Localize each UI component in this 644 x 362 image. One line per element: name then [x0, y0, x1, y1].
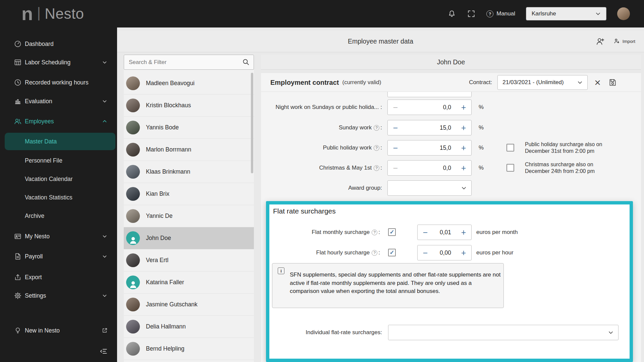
sidebar-item-label: Export [25, 270, 42, 285]
increase-button[interactable]: + [456, 123, 471, 133]
sidebar-item-settings[interactable]: Settings [0, 288, 117, 303]
employee-name: Jasmine Gutschank [146, 301, 198, 308]
increase-button[interactable]: + [456, 163, 471, 173]
sidebar-item-labor-scheduling[interactable]: Labor Scheduling [0, 55, 117, 70]
help-icon[interactable]: ? [374, 125, 379, 131]
employee-row[interactable]: Kristin Blockhaus [124, 95, 254, 117]
individual-surcharges-select[interactable] [388, 325, 619, 340]
manual-label: Manual [496, 10, 515, 17]
search-icon[interactable] [242, 58, 250, 66]
search-input[interactable] [124, 55, 254, 70]
employee-avatar [126, 187, 140, 201]
employee-name: Yannic De [146, 213, 172, 220]
employee-row[interactable]: Katarina Faller [124, 272, 254, 294]
fullscreen-icon[interactable] [467, 9, 476, 18]
employee-row[interactable]: Kian Brix [124, 183, 254, 205]
employee-row[interactable]: Marlon Borrmann [124, 139, 254, 161]
employee-row[interactable]: Klaas Brinkmann [124, 161, 254, 183]
decrease-button[interactable]: − [388, 163, 403, 173]
employee-row[interactable]: Yannic De [124, 205, 254, 227]
import-button[interactable]: Import [613, 38, 635, 45]
employee-row[interactable]: Jasmine Gutschank [124, 294, 254, 316]
add-employee-icon[interactable] [596, 37, 605, 46]
contract-select[interactable]: 21/03/2021 - (Unlimited) [497, 75, 588, 90]
import-label: Import [623, 39, 635, 44]
employee-avatar [126, 143, 140, 157]
employee-name-title: John Doe [437, 58, 465, 66]
close-icon[interactable]: × [594, 77, 601, 88]
employee-row-selected[interactable]: John Doe [124, 227, 254, 249]
sidebar-item-archive[interactable]: Archive [0, 208, 117, 223]
increase-button[interactable]: + [456, 248, 471, 258]
search-filter [124, 55, 254, 70]
employee-row[interactable]: Delia Hallmann [124, 316, 254, 338]
decrease-button[interactable]: − [418, 248, 433, 258]
sidebar-item-dashboard[interactable]: Dashboard [0, 37, 117, 51]
sidebar-item-new-in-nesto[interactable]: New in Nesto [0, 323, 117, 338]
decrease-button[interactable]: − [388, 123, 403, 133]
help-icon[interactable]: ? [372, 250, 377, 256]
employee-name: Madleen Beavogui [146, 80, 195, 87]
field-label: Individual flat-rate surcharges: [306, 329, 382, 336]
sidebar-item-vacation-calendar[interactable]: Vacation Calendar [0, 172, 117, 186]
help-icon[interactable]: ? [372, 230, 377, 235]
flat-hourly-checkbox[interactable]: ✓ [388, 249, 396, 256]
topbar-actions: ? Manual Karlsruhe [447, 0, 630, 27]
employee-row[interactable]: Bernd Helpling [124, 338, 254, 360]
sidebar-item-personnel-file[interactable]: Personnel File [0, 153, 117, 168]
chevron-down-icon [461, 185, 467, 191]
sidebar-subitem-label: Personnel File [25, 153, 62, 168]
stepper-value[interactable]: 15,0 [403, 144, 456, 152]
sidebar-item-my-nesto[interactable]: My Nesto [0, 229, 117, 244]
employee-row[interactable]: Vera Ertl [124, 249, 254, 272]
stepper-value[interactable]: 0,0 [403, 104, 456, 111]
chevron-down-icon [102, 98, 108, 104]
sunday-work-row: Sunday work?: − 15,0 + % [261, 120, 641, 135]
stepper-value[interactable]: 0,00 [433, 249, 456, 256]
header-actions: Import [596, 31, 635, 52]
notifications-bell-icon[interactable] [447, 9, 456, 18]
sidebar-item-vacation-statistics[interactable]: Vacation Statistics [0, 190, 117, 205]
increase-button[interactable]: + [456, 228, 471, 237]
decrease-button[interactable]: − [388, 143, 403, 153]
user-avatar[interactable] [617, 7, 630, 20]
sidebar-item-label: New in Nesto [25, 323, 60, 338]
employee-name: Delia Hallmann [146, 323, 186, 330]
increase-button[interactable]: + [456, 103, 471, 112]
sidebar-item-payroll[interactable]: Payroll [0, 249, 117, 264]
colon: : [380, 144, 382, 151]
sidebar-item-master-data[interactable]: Master Data [5, 133, 115, 150]
public-holiday-surcharge-checkbox[interactable] [506, 144, 514, 152]
help-icon[interactable]: ? [374, 145, 379, 151]
sidebar-collapse-icon[interactable] [99, 347, 108, 356]
decrease-button[interactable]: − [388, 103, 403, 112]
decrease-button[interactable]: − [418, 228, 433, 237]
page-title: Employee master data [348, 38, 413, 45]
employee-avatar [126, 209, 140, 223]
sidebar-item-recorded-working-hours[interactable]: Recorded working hours [0, 75, 117, 90]
employee-name-header: John Doe [261, 55, 641, 70]
employee-row[interactable]: Madleen Beavogui [124, 72, 254, 95]
stepper-value[interactable]: 15,0 [403, 124, 456, 131]
save-icon[interactable] [608, 78, 617, 87]
manual-help-button[interactable]: ? Manual [486, 10, 515, 17]
sidebar-item-employees[interactable]: Employees [0, 114, 117, 129]
sidebar-item-evaluation[interactable]: Evaluation [0, 94, 117, 109]
employee-avatar [126, 99, 140, 112]
stepper-value[interactable]: 0,01 [433, 229, 456, 236]
award-group-select[interactable] [387, 180, 472, 196]
employee-name: Katarina Faller [146, 279, 184, 286]
employee-name: John Doe [146, 235, 171, 242]
christmas-surcharge-checkbox[interactable] [506, 164, 514, 172]
field-label: Public holiday work [323, 144, 372, 151]
chevron-down-icon [102, 293, 108, 299]
list-scrollbar[interactable] [251, 73, 253, 173]
location-select[interactable]: Karlsruhe [526, 7, 606, 20]
increase-button[interactable]: + [456, 143, 471, 153]
flat-monthly-checkbox[interactable]: ✓ [388, 228, 396, 236]
employee-row[interactable]: Yannis Bode [124, 117, 254, 139]
public-holiday-work-row: Public holiday work?: − 15,0 + % Public … [261, 140, 641, 156]
help-icon[interactable]: ? [374, 165, 379, 171]
stepper-value[interactable]: 0,0 [403, 165, 456, 172]
sidebar-item-export[interactable]: Export [0, 270, 117, 285]
